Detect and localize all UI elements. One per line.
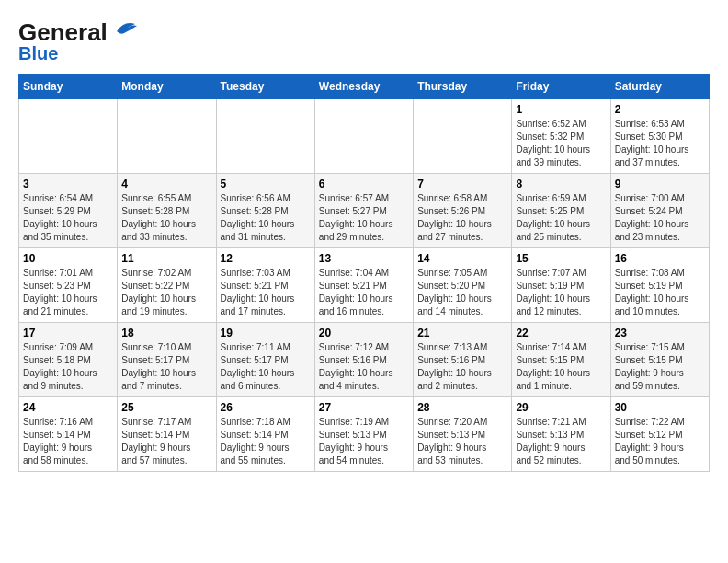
day-number: 27	[319, 401, 409, 414]
logo: General Blue	[18, 18, 139, 64]
calendar-week-1: 1Sunrise: 6:52 AM Sunset: 5:32 PM Daylig…	[19, 99, 710, 174]
calendar-cell: 11Sunrise: 7:02 AM Sunset: 5:22 PM Dayli…	[118, 248, 216, 323]
day-number: 21	[417, 327, 507, 339]
day-number: 5	[221, 178, 311, 190]
calendar-cell: 6Sunrise: 6:57 AM Sunset: 5:27 PM Daylig…	[314, 174, 413, 248]
day-number: 14	[417, 252, 507, 265]
day-info: Sunrise: 7:11 AM Sunset: 5:17 PM Dayligh…	[221, 341, 311, 393]
day-info: Sunrise: 7:04 AM Sunset: 5:21 PM Dayligh…	[319, 267, 409, 318]
day-number: 9	[615, 178, 705, 190]
day-info: Sunrise: 6:53 AM Sunset: 5:30 PM Dayligh…	[615, 118, 705, 169]
day-number: 22	[516, 327, 606, 339]
day-info: Sunrise: 7:17 AM Sunset: 5:14 PM Dayligh…	[121, 416, 211, 467]
day-info: Sunrise: 6:55 AM Sunset: 5:28 PM Dayligh…	[121, 192, 211, 244]
calendar-cell: 5Sunrise: 6:56 AM Sunset: 5:28 PM Daylig…	[216, 174, 314, 248]
calendar-cell	[216, 99, 314, 174]
calendar-week-5: 24Sunrise: 7:16 AM Sunset: 5:14 PM Dayli…	[19, 397, 710, 472]
day-info: Sunrise: 7:13 AM Sunset: 5:16 PM Dayligh…	[417, 341, 507, 393]
header-wednesday: Wednesday	[314, 75, 413, 99]
day-info: Sunrise: 6:52 AM Sunset: 5:32 PM Dayligh…	[516, 118, 606, 169]
calendar-week-3: 10Sunrise: 7:01 AM Sunset: 5:23 PM Dayli…	[19, 248, 710, 323]
day-number: 20	[319, 327, 409, 339]
day-number: 13	[319, 252, 409, 265]
calendar-cell	[19, 99, 118, 174]
calendar-cell: 12Sunrise: 7:03 AM Sunset: 5:21 PM Dayli…	[216, 248, 314, 323]
header-tuesday: Tuesday	[216, 75, 314, 99]
day-number: 19	[221, 327, 311, 339]
day-info: Sunrise: 7:21 AM Sunset: 5:13 PM Dayligh…	[516, 416, 606, 467]
day-number: 7	[417, 178, 507, 190]
day-info: Sunrise: 7:09 AM Sunset: 5:18 PM Dayligh…	[23, 341, 113, 393]
calendar-cell: 17Sunrise: 7:09 AM Sunset: 5:18 PM Dayli…	[19, 323, 118, 397]
day-number: 2	[615, 103, 705, 116]
day-number: 29	[516, 401, 606, 414]
calendar-cell: 18Sunrise: 7:10 AM Sunset: 5:17 PM Dayli…	[118, 323, 216, 397]
calendar-cell	[314, 99, 413, 174]
calendar-cell: 19Sunrise: 7:11 AM Sunset: 5:17 PM Dayli…	[216, 323, 314, 397]
day-info: Sunrise: 6:58 AM Sunset: 5:26 PM Dayligh…	[417, 192, 507, 244]
calendar-cell: 1Sunrise: 6:52 AM Sunset: 5:32 PM Daylig…	[512, 99, 610, 174]
header-saturday: Saturday	[610, 75, 709, 99]
day-info: Sunrise: 6:56 AM Sunset: 5:28 PM Dayligh…	[221, 192, 311, 244]
day-number: 8	[516, 178, 606, 190]
calendar-cell: 3Sunrise: 6:54 AM Sunset: 5:29 PM Daylig…	[19, 174, 118, 248]
calendar-cell	[118, 99, 216, 174]
calendar-cell: 9Sunrise: 7:00 AM Sunset: 5:24 PM Daylig…	[610, 174, 709, 248]
day-info: Sunrise: 7:12 AM Sunset: 5:16 PM Dayligh…	[319, 341, 409, 393]
day-number: 24	[23, 401, 113, 414]
calendar-cell: 25Sunrise: 7:17 AM Sunset: 5:14 PM Dayli…	[118, 397, 216, 472]
calendar-cell: 26Sunrise: 7:18 AM Sunset: 5:14 PM Dayli…	[216, 397, 314, 472]
day-info: Sunrise: 7:22 AM Sunset: 5:12 PM Dayligh…	[615, 416, 705, 467]
day-number: 11	[121, 252, 211, 265]
calendar-cell: 27Sunrise: 7:19 AM Sunset: 5:13 PM Dayli…	[314, 397, 413, 472]
page-header: General Blue	[18, 18, 710, 64]
day-info: Sunrise: 7:01 AM Sunset: 5:23 PM Dayligh…	[23, 267, 113, 318]
calendar-cell: 8Sunrise: 6:59 AM Sunset: 5:25 PM Daylig…	[512, 174, 610, 248]
day-number: 23	[615, 327, 705, 339]
calendar-cell: 30Sunrise: 7:22 AM Sunset: 5:12 PM Dayli…	[610, 397, 709, 472]
calendar-cell: 20Sunrise: 7:12 AM Sunset: 5:16 PM Dayli…	[314, 323, 413, 397]
day-info: Sunrise: 7:18 AM Sunset: 5:14 PM Dayligh…	[221, 416, 311, 467]
day-number: 12	[221, 252, 311, 265]
day-info: Sunrise: 6:57 AM Sunset: 5:27 PM Dayligh…	[319, 192, 409, 244]
day-number: 18	[121, 327, 211, 339]
day-number: 6	[319, 178, 409, 190]
day-number: 16	[615, 252, 705, 265]
calendar-week-4: 17Sunrise: 7:09 AM Sunset: 5:18 PM Dayli…	[19, 323, 710, 397]
calendar-cell: 10Sunrise: 7:01 AM Sunset: 5:23 PM Dayli…	[19, 248, 118, 323]
day-info: Sunrise: 7:20 AM Sunset: 5:13 PM Dayligh…	[417, 416, 507, 467]
calendar-cell: 28Sunrise: 7:20 AM Sunset: 5:13 PM Dayli…	[414, 397, 512, 472]
header-friday: Friday	[512, 75, 610, 99]
day-info: Sunrise: 7:00 AM Sunset: 5:24 PM Dayligh…	[615, 192, 705, 244]
calendar-cell: 21Sunrise: 7:13 AM Sunset: 5:16 PM Dayli…	[414, 323, 512, 397]
day-info: Sunrise: 7:16 AM Sunset: 5:14 PM Dayligh…	[23, 416, 113, 467]
day-info: Sunrise: 7:02 AM Sunset: 5:22 PM Dayligh…	[121, 267, 211, 318]
calendar-cell: 22Sunrise: 7:14 AM Sunset: 5:15 PM Dayli…	[512, 323, 610, 397]
day-number: 1	[516, 103, 606, 116]
day-number: 28	[417, 401, 507, 414]
header-thursday: Thursday	[414, 75, 512, 99]
day-number: 17	[23, 327, 113, 339]
day-info: Sunrise: 7:14 AM Sunset: 5:15 PM Dayligh…	[516, 341, 606, 393]
day-number: 30	[615, 401, 705, 414]
day-info: Sunrise: 6:59 AM Sunset: 5:25 PM Dayligh…	[516, 192, 606, 244]
day-number: 3	[23, 178, 113, 190]
day-number: 26	[221, 401, 311, 414]
day-info: Sunrise: 7:15 AM Sunset: 5:15 PM Dayligh…	[615, 341, 705, 393]
calendar-cell: 24Sunrise: 7:16 AM Sunset: 5:14 PM Dayli…	[19, 397, 118, 472]
header-monday: Monday	[118, 75, 216, 99]
calendar-cell: 23Sunrise: 7:15 AM Sunset: 5:15 PM Dayli…	[610, 323, 709, 397]
day-info: Sunrise: 7:05 AM Sunset: 5:20 PM Dayligh…	[417, 267, 507, 318]
calendar-cell: 13Sunrise: 7:04 AM Sunset: 5:21 PM Dayli…	[314, 248, 413, 323]
day-number: 10	[23, 252, 113, 265]
header-sunday: Sunday	[19, 75, 118, 99]
day-info: Sunrise: 7:10 AM Sunset: 5:17 PM Dayligh…	[121, 341, 211, 393]
day-info: Sunrise: 6:54 AM Sunset: 5:29 PM Dayligh…	[23, 192, 113, 244]
calendar-week-2: 3Sunrise: 6:54 AM Sunset: 5:29 PM Daylig…	[19, 174, 710, 248]
day-info: Sunrise: 7:08 AM Sunset: 5:19 PM Dayligh…	[615, 267, 705, 318]
day-info: Sunrise: 7:03 AM Sunset: 5:21 PM Dayligh…	[221, 267, 311, 318]
calendar-cell: 14Sunrise: 7:05 AM Sunset: 5:20 PM Dayli…	[414, 248, 512, 323]
day-number: 15	[516, 252, 606, 265]
calendar-table: SundayMondayTuesdayWednesdayThursdayFrid…	[18, 74, 710, 472]
calendar-cell: 2Sunrise: 6:53 AM Sunset: 5:30 PM Daylig…	[610, 99, 709, 174]
